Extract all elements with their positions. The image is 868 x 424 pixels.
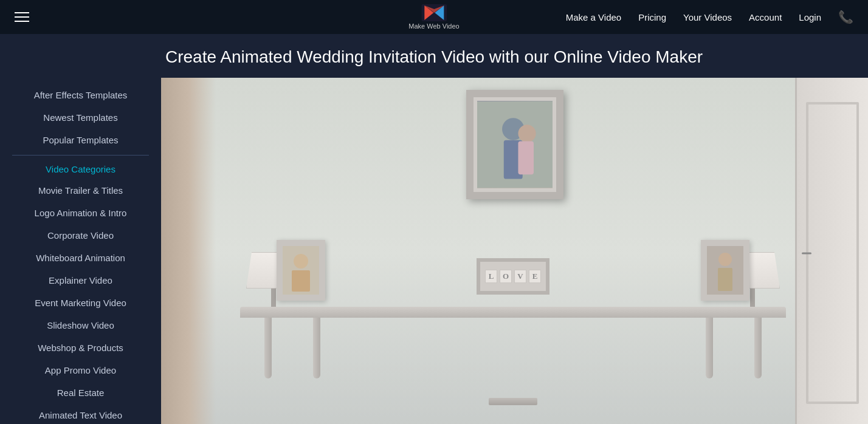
photo-frame-right — [701, 240, 749, 301]
sidebar-event-marketing[interactable]: Event Marketing Video — [0, 292, 161, 314]
nav-pricing[interactable]: Pricing — [638, 12, 666, 22]
sidebar-after-effects[interactable]: After Effects Templates — [0, 84, 161, 106]
door-handle — [802, 252, 811, 254]
love-tile-l: L — [485, 270, 497, 283]
love-tile-v: V — [514, 270, 526, 283]
logo-text: Make Web Video — [408, 22, 459, 30]
nav-login[interactable]: Login — [799, 12, 821, 22]
love-tile-e: E — [529, 270, 541, 283]
sidebar: After Effects Templates Newest Templates… — [0, 78, 161, 424]
logo[interactable]: Make Web Video — [408, 4, 459, 30]
phone-icon[interactable]: 📞 — [838, 10, 853, 24]
sidebar-corporate[interactable]: Corporate Video — [0, 224, 161, 247]
sidebar-slideshow[interactable]: Slideshow Video — [0, 314, 161, 337]
lamp-base-left — [271, 289, 276, 307]
svg-point-7 — [518, 125, 536, 142]
sidebar-divider — [12, 155, 149, 156]
page-title: Create Animated Wedding Invitation Video… — [0, 47, 868, 67]
door-right — [795, 78, 868, 424]
sidebar-logo-animation[interactable]: Logo Animation & Intro — [0, 202, 161, 224]
sidebar-newest[interactable]: Newest Templates — [0, 106, 161, 129]
hamburger-menu[interactable] — [15, 12, 29, 22]
sidebar-movie-trailer[interactable]: Movie Trailer & Titles — [0, 179, 161, 202]
wall-frame-large — [466, 90, 563, 199]
table-leg-right2 — [706, 318, 713, 378]
nav-account[interactable]: Account — [749, 12, 782, 22]
sidebar-explainer[interactable]: Explainer Video — [0, 269, 161, 292]
svg-point-13 — [718, 253, 732, 266]
svg-rect-8 — [518, 142, 534, 175]
nav-your-videos[interactable]: Your Videos — [683, 12, 732, 22]
wall-frame-inner — [474, 97, 556, 192]
sidebar-category-label: Video Categories — [0, 159, 161, 179]
header-left — [15, 12, 29, 22]
header: Make Web Video Make a Video Pricing Your… — [0, 0, 868, 34]
door-panel — [806, 102, 859, 404]
sidebar-whiteboard[interactable]: Whiteboard Animation — [0, 247, 161, 269]
sidebar-app-promo[interactable]: App Promo Video — [0, 359, 161, 381]
hero-background: L O V E — [161, 78, 868, 424]
love-tiles: L O V E — [477, 258, 549, 295]
table-top — [240, 307, 786, 318]
lamp-base-right — [750, 289, 755, 307]
tablet — [489, 398, 537, 405]
hero-area: L O V E — [161, 78, 868, 424]
console-table: L O V E — [240, 307, 786, 416]
svg-point-10 — [294, 254, 308, 268]
svg-rect-11 — [292, 270, 310, 292]
body-layout: After Effects Templates Newest Templates… — [0, 78, 868, 424]
love-tile-o: O — [500, 270, 512, 283]
nav-make-video[interactable]: Make a Video — [566, 12, 621, 22]
page-title-bar: Create Animated Wedding Invitation Video… — [0, 34, 868, 78]
sidebar-animated-text[interactable]: Animated Text Video — [0, 404, 161, 424]
curtain-left — [161, 78, 216, 424]
table-leg-right — [754, 318, 762, 378]
sidebar-webshop[interactable]: Webshop & Products — [0, 337, 161, 359]
sidebar-real-estate[interactable]: Real Estate — [0, 381, 161, 404]
header-nav: Make a Video Pricing Your Videos Account… — [566, 10, 853, 24]
table-leg-left2 — [313, 318, 320, 378]
table-leg-left — [264, 318, 272, 378]
sidebar-popular[interactable]: Popular Templates — [0, 129, 161, 151]
photo-frame-left — [277, 240, 325, 301]
couple-photo — [477, 101, 553, 188]
svg-rect-14 — [718, 268, 732, 291]
